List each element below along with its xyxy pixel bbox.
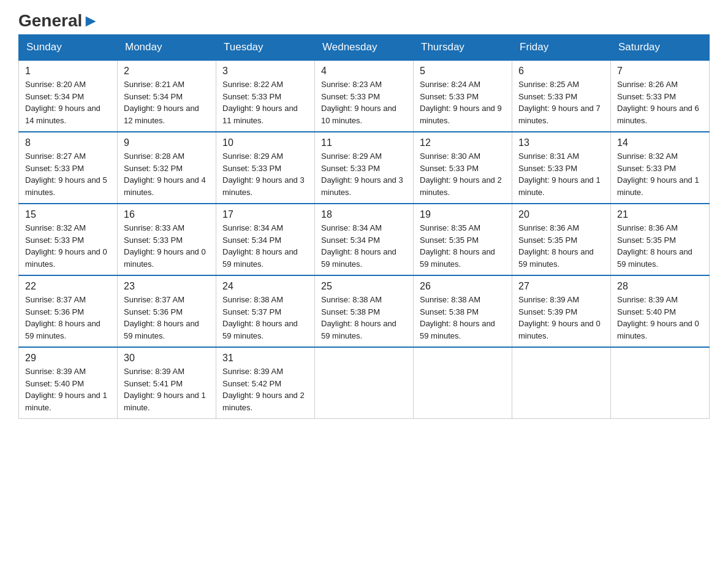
- column-header-wednesday: Wednesday: [315, 35, 414, 61]
- calendar-cell: 4 Sunrise: 8:23 AM Sunset: 5:33 PM Dayli…: [315, 60, 414, 132]
- calendar-cell: 18 Sunrise: 8:34 AM Sunset: 5:34 PM Dayl…: [315, 204, 414, 275]
- day-info: Sunrise: 8:29 AM Sunset: 5:33 PM Dayligh…: [321, 150, 407, 198]
- day-number: 9: [124, 137, 210, 148]
- calendar-cell: 17 Sunrise: 8:34 AM Sunset: 5:34 PM Dayl…: [216, 204, 315, 275]
- day-info: Sunrise: 8:27 AM Sunset: 5:33 PM Dayligh…: [25, 150, 111, 198]
- week-row-3: 15 Sunrise: 8:32 AM Sunset: 5:33 PM Dayl…: [19, 204, 710, 275]
- day-number: 31: [222, 353, 308, 364]
- day-number: 27: [518, 281, 604, 292]
- day-number: 24: [222, 281, 308, 292]
- day-info: Sunrise: 8:34 AM Sunset: 5:34 PM Dayligh…: [321, 222, 407, 270]
- day-info: Sunrise: 8:29 AM Sunset: 5:33 PM Dayligh…: [222, 150, 308, 198]
- calendar-cell: 16 Sunrise: 8:33 AM Sunset: 5:33 PM Dayl…: [118, 204, 216, 275]
- calendar-cell: 21 Sunrise: 8:36 AM Sunset: 5:35 PM Dayl…: [611, 204, 710, 275]
- calendar-cell: 24 Sunrise: 8:38 AM Sunset: 5:37 PM Dayl…: [216, 275, 315, 347]
- day-number: 4: [321, 66, 407, 77]
- calendar-cell: 14 Sunrise: 8:32 AM Sunset: 5:33 PM Dayl…: [611, 132, 710, 204]
- column-header-friday: Friday: [512, 35, 611, 61]
- day-info: Sunrise: 8:38 AM Sunset: 5:37 PM Dayligh…: [222, 294, 308, 342]
- day-info: Sunrise: 8:26 AM Sunset: 5:33 PM Dayligh…: [617, 79, 703, 126]
- calendar-cell: 28 Sunrise: 8:39 AM Sunset: 5:40 PM Dayl…: [611, 275, 710, 347]
- day-info: Sunrise: 8:36 AM Sunset: 5:35 PM Dayligh…: [518, 222, 604, 270]
- calendar-header-row: SundayMondayTuesdayWednesdayThursdayFrid…: [19, 35, 710, 61]
- day-number: 30: [124, 353, 210, 364]
- calendar-cell: 13 Sunrise: 8:31 AM Sunset: 5:33 PM Dayl…: [512, 132, 611, 204]
- day-number: 7: [617, 66, 703, 77]
- day-number: 16: [124, 209, 210, 220]
- day-info: Sunrise: 8:38 AM Sunset: 5:38 PM Dayligh…: [420, 294, 506, 342]
- day-number: 1: [25, 66, 111, 77]
- day-info: Sunrise: 8:39 AM Sunset: 5:40 PM Dayligh…: [25, 366, 111, 413]
- calendar-cell: 29 Sunrise: 8:39 AM Sunset: 5:40 PM Dayl…: [19, 347, 118, 419]
- calendar-cell: [315, 347, 414, 419]
- day-info: Sunrise: 8:38 AM Sunset: 5:38 PM Dayligh…: [321, 294, 407, 342]
- day-number: 13: [518, 137, 604, 148]
- day-number: 23: [124, 281, 210, 292]
- day-number: 17: [222, 209, 308, 220]
- calendar-cell: 15 Sunrise: 8:32 AM Sunset: 5:33 PM Dayl…: [19, 204, 118, 275]
- calendar-cell: 8 Sunrise: 8:27 AM Sunset: 5:33 PM Dayli…: [19, 132, 118, 204]
- calendar-cell: [611, 347, 710, 419]
- day-info: Sunrise: 8:22 AM Sunset: 5:33 PM Dayligh…: [222, 79, 308, 126]
- day-number: 11: [321, 137, 407, 148]
- day-info: Sunrise: 8:24 AM Sunset: 5:33 PM Dayligh…: [420, 79, 506, 126]
- calendar-cell: 2 Sunrise: 8:21 AM Sunset: 5:34 PM Dayli…: [118, 60, 216, 132]
- calendar-cell: 22 Sunrise: 8:37 AM Sunset: 5:36 PM Dayl…: [19, 275, 118, 347]
- day-number: 19: [420, 209, 506, 220]
- calendar-cell: 11 Sunrise: 8:29 AM Sunset: 5:33 PM Dayl…: [315, 132, 414, 204]
- day-info: Sunrise: 8:32 AM Sunset: 5:33 PM Dayligh…: [617, 150, 703, 198]
- day-info: Sunrise: 8:32 AM Sunset: 5:33 PM Dayligh…: [25, 222, 111, 270]
- week-row-2: 8 Sunrise: 8:27 AM Sunset: 5:33 PM Dayli…: [19, 132, 710, 204]
- column-header-thursday: Thursday: [414, 35, 512, 61]
- calendar-cell: 31 Sunrise: 8:39 AM Sunset: 5:42 PM Dayl…: [216, 347, 315, 419]
- day-info: Sunrise: 8:25 AM Sunset: 5:33 PM Dayligh…: [518, 79, 604, 126]
- calendar-cell: 30 Sunrise: 8:39 AM Sunset: 5:41 PM Dayl…: [118, 347, 216, 419]
- day-info: Sunrise: 8:39 AM Sunset: 5:41 PM Dayligh…: [124, 366, 210, 413]
- day-info: Sunrise: 8:36 AM Sunset: 5:35 PM Dayligh…: [617, 222, 703, 270]
- day-info: Sunrise: 8:31 AM Sunset: 5:33 PM Dayligh…: [518, 150, 604, 198]
- day-number: 20: [518, 209, 604, 220]
- column-header-monday: Monday: [118, 35, 216, 61]
- day-info: Sunrise: 8:35 AM Sunset: 5:35 PM Dayligh…: [420, 222, 506, 270]
- column-header-sunday: Sunday: [19, 35, 118, 61]
- calendar-table: SundayMondayTuesdayWednesdayThursdayFrid…: [18, 34, 710, 419]
- calendar-cell: [414, 347, 512, 419]
- day-number: 8: [25, 137, 111, 148]
- day-info: Sunrise: 8:21 AM Sunset: 5:34 PM Dayligh…: [124, 79, 210, 126]
- calendar-cell: 20 Sunrise: 8:36 AM Sunset: 5:35 PM Dayl…: [512, 204, 611, 275]
- day-number: 21: [617, 209, 703, 220]
- week-row-4: 22 Sunrise: 8:37 AM Sunset: 5:36 PM Dayl…: [19, 275, 710, 347]
- day-number: 5: [420, 66, 506, 77]
- day-number: 2: [124, 66, 210, 77]
- day-number: 18: [321, 209, 407, 220]
- day-info: Sunrise: 8:33 AM Sunset: 5:33 PM Dayligh…: [124, 222, 210, 270]
- calendar-cell: 27 Sunrise: 8:39 AM Sunset: 5:39 PM Dayl…: [512, 275, 611, 347]
- day-number: 15: [25, 209, 111, 220]
- day-info: Sunrise: 8:34 AM Sunset: 5:34 PM Dayligh…: [222, 222, 308, 270]
- calendar-cell: [512, 347, 611, 419]
- day-number: 14: [617, 137, 703, 148]
- day-number: 22: [25, 281, 111, 292]
- day-info: Sunrise: 8:39 AM Sunset: 5:39 PM Dayligh…: [518, 294, 604, 342]
- calendar-cell: 6 Sunrise: 8:25 AM Sunset: 5:33 PM Dayli…: [512, 60, 611, 132]
- calendar-cell: 19 Sunrise: 8:35 AM Sunset: 5:35 PM Dayl…: [414, 204, 512, 275]
- logo: General►: [18, 12, 99, 28]
- calendar-cell: 25 Sunrise: 8:38 AM Sunset: 5:38 PM Dayl…: [315, 275, 414, 347]
- logo-text: General►: [18, 12, 99, 29]
- day-number: 3: [222, 66, 308, 77]
- day-number: 25: [321, 281, 407, 292]
- calendar-cell: 5 Sunrise: 8:24 AM Sunset: 5:33 PM Dayli…: [414, 60, 512, 132]
- week-row-1: 1 Sunrise: 8:20 AM Sunset: 5:34 PM Dayli…: [19, 60, 710, 132]
- day-info: Sunrise: 8:37 AM Sunset: 5:36 PM Dayligh…: [124, 294, 210, 342]
- calendar-cell: 7 Sunrise: 8:26 AM Sunset: 5:33 PM Dayli…: [611, 60, 710, 132]
- calendar-cell: 23 Sunrise: 8:37 AM Sunset: 5:36 PM Dayl…: [118, 275, 216, 347]
- day-number: 29: [25, 353, 111, 364]
- day-info: Sunrise: 8:39 AM Sunset: 5:42 PM Dayligh…: [222, 366, 308, 413]
- calendar-cell: 3 Sunrise: 8:22 AM Sunset: 5:33 PM Dayli…: [216, 60, 315, 132]
- day-info: Sunrise: 8:20 AM Sunset: 5:34 PM Dayligh…: [25, 79, 111, 126]
- column-header-saturday: Saturday: [611, 35, 710, 61]
- day-info: Sunrise: 8:30 AM Sunset: 5:33 PM Dayligh…: [420, 150, 506, 198]
- day-number: 12: [420, 137, 506, 148]
- day-info: Sunrise: 8:39 AM Sunset: 5:40 PM Dayligh…: [617, 294, 703, 342]
- calendar-cell: 10 Sunrise: 8:29 AM Sunset: 5:33 PM Dayl…: [216, 132, 315, 204]
